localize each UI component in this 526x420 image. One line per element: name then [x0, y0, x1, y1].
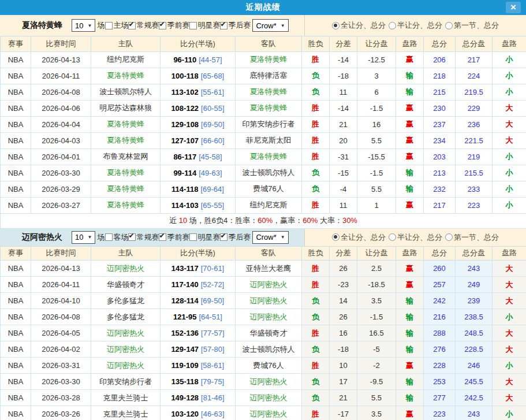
cell-handicap-result: 输: [396, 390, 424, 406]
filter-checkbox[interactable]: 常规赛: [128, 232, 159, 243]
cell-total-line: 215.5: [456, 165, 493, 181]
filter-checkbox[interactable]: 季后赛: [220, 20, 251, 31]
cell-league: NBA: [1, 84, 31, 100]
summary-segment: ，赢率：: [273, 216, 303, 225]
half-score: [45-58]: [199, 153, 222, 161]
source-select[interactable]: Crow* ▼: [252, 231, 288, 244]
cell-total-result: 大: [493, 116, 526, 132]
stat-mode-radios: 全让分、总分 半让分、总分 第一节、总分: [332, 20, 499, 31]
cell-league: NBA: [1, 261, 31, 277]
filter-checkbox[interactable]: 明星赛: [189, 232, 220, 243]
cell-home-team: 迈阿密热火: [91, 261, 161, 277]
half-score: [69-64]: [200, 185, 223, 194]
stat-mode-radio[interactable]: 半让分、总分: [389, 232, 442, 243]
cell-result: 负: [302, 309, 330, 325]
radio-icon: [445, 233, 453, 241]
half-score: [65-68]: [201, 72, 224, 80]
cell-home-team: 夏洛特黄蜂: [91, 165, 161, 181]
stat-mode-radio[interactable]: 半让分、总分: [389, 20, 442, 31]
cell-total-line: 229: [456, 100, 493, 116]
half-score: [66-60]: [201, 136, 224, 145]
stat-mode-radio[interactable]: 第一节、总分: [445, 20, 499, 31]
column-header: 客队: [236, 247, 302, 261]
summary-cell: 近 10 场，胜6负4：胜率：60%，赢率：60% 大率：30%: [1, 213, 526, 228]
filter-checkbox[interactable]: 常规赛: [128, 20, 159, 31]
cell-diff: 20: [330, 132, 357, 148]
cell-away-team: 迈阿密热火: [236, 374, 302, 390]
cell-total-points: 213: [424, 165, 456, 181]
source-select[interactable]: Crow* ▼: [252, 19, 288, 32]
cell-away-team: 亚特兰大老鹰: [236, 261, 302, 277]
cell-home-team: 纽约尼克斯: [91, 51, 161, 68]
filter-checkbox[interactable]: 明星赛: [189, 20, 220, 31]
stat-mode-radio[interactable]: 全让分、总分: [332, 20, 386, 31]
results-table: 赛事比赛时间主队比分(半场)客队胜负分差让分盘盘路总分总分盘盘路 NBA 202…: [0, 36, 526, 229]
filter-checkbox[interactable]: 季后赛: [220, 232, 251, 243]
cell-total-line: 246: [456, 358, 493, 374]
cell-handicap-result: 输: [396, 84, 424, 100]
filter-checkbox[interactable]: 主场: [105, 20, 128, 31]
summary-segment: 30%: [342, 216, 357, 225]
cell-score: 128-114[69-50]: [161, 293, 236, 309]
checkbox-label: 常规赛: [136, 20, 159, 31]
cell-score: 129-147[57-80]: [161, 341, 236, 358]
games-count-select[interactable]: 10 ▼: [72, 231, 95, 244]
cell-date: 2026-03-28: [31, 390, 91, 406]
cell-handicap-result: 输: [396, 68, 424, 84]
filter-bar: 迈阿密热火 10 ▼ 场 客场 常规赛 季前赛 明星赛 季后赛 Crow* ▼: [0, 229, 526, 247]
filter-checkbox[interactable]: 客场: [105, 232, 128, 243]
cell-result: 胜: [302, 197, 330, 213]
cell-score: 129-108[69-50]: [161, 116, 236, 132]
cell-diff: -18: [330, 341, 357, 358]
close-button[interactable]: ×: [506, 2, 521, 13]
cell-handicap-result: 输: [396, 293, 424, 309]
filter-checkbox[interactable]: 季前赛: [159, 20, 189, 31]
cell-total-result: 小: [493, 181, 526, 197]
full-score: 121-95: [173, 313, 196, 321]
cell-score: 119-109[58-61]: [161, 358, 236, 374]
cell-result: 负: [302, 341, 330, 358]
cell-away-team: 费城76人: [236, 358, 302, 374]
full-score: 129-147: [171, 345, 199, 354]
cell-handicap-result: 输: [396, 181, 424, 197]
column-header: 总分: [424, 36, 456, 51]
radio-icon: [332, 22, 340, 29]
cell-score: 114-118[69-64]: [161, 181, 236, 197]
cell-away-team: 费城76人: [236, 181, 302, 197]
cell-result: 胜: [302, 325, 330, 341]
half-score: [55-61]: [201, 88, 224, 96]
cell-total-points: 215: [424, 84, 456, 100]
games-count-value: 10: [75, 21, 83, 30]
stat-mode-radio[interactable]: 第一节、总分: [445, 232, 499, 243]
cell-handicap-line: -1.5: [357, 165, 396, 181]
stat-mode-radio[interactable]: 全让分、总分: [332, 232, 386, 243]
checkbox-icon: [189, 233, 197, 241]
full-score: 143-117: [171, 264, 199, 273]
cell-date: 2026-03-30: [31, 165, 91, 181]
cell-league: NBA: [1, 165, 31, 181]
cell-handicap-line: -2: [357, 358, 396, 374]
cell-total-points: 228: [424, 358, 456, 374]
cell-result: 负: [302, 390, 330, 406]
cell-total-line: 249: [456, 277, 493, 293]
column-header: 盘路: [493, 36, 526, 51]
checkbox-label: 明星赛: [197, 232, 220, 243]
cell-away-team: 华盛顿奇才: [236, 325, 302, 341]
cell-result: 胜: [302, 261, 330, 277]
table-row: NBA 2026-04-05 迈阿密热火 152-136[77-57] 华盛顿奇…: [1, 325, 526, 341]
table-row: NBA 2026-03-29 夏洛特黄蜂 114-118[69-64] 费城76…: [1, 181, 526, 197]
cell-total-line: 243: [456, 406, 493, 420]
checkbox-label: 季后赛: [228, 232, 251, 243]
summary-segment: 10: [179, 216, 187, 225]
filter-checkbox[interactable]: 季前赛: [159, 232, 189, 243]
full-score: 117-140: [171, 280, 199, 289]
cell-result: 负: [302, 181, 330, 197]
cell-total-points: 206: [424, 51, 456, 68]
cell-score: 113-102[55-61]: [161, 84, 236, 100]
full-score: 119-109: [171, 361, 199, 370]
cell-away-team: 波士顿凯尔特人: [236, 165, 302, 181]
cell-total-line: 242.5: [456, 390, 493, 406]
half-score: [69-50]: [201, 296, 224, 305]
games-count-select[interactable]: 10 ▼: [72, 19, 95, 32]
cell-handicap-result: 输: [396, 374, 424, 390]
